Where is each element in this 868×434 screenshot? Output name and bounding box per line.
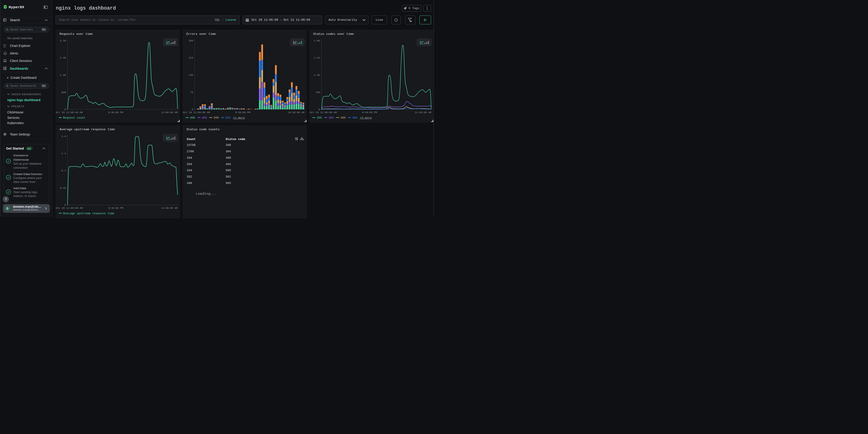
svg-text:Count: Count	[187, 137, 195, 141]
svg-text:1.4K: 1.4K	[314, 74, 320, 76]
svg-text:280: 280	[189, 39, 193, 42]
svg-text:404: 404	[352, 116, 358, 120]
svg-text:Loading...: Loading...	[195, 192, 217, 196]
svg-text:Oct 20 11:00:00 AM: Oct 20 11:00:00 AM	[183, 111, 210, 114]
svg-text:0.7: 0.7	[61, 169, 66, 172]
svg-text:Status code: Status code	[226, 137, 245, 141]
svg-text:1.4: 1.4	[61, 135, 66, 137]
svg-text:404: 404	[226, 162, 231, 166]
svg-text:Oct 20 11:00:00 AM: Oct 20 11:00:00 AM	[310, 111, 337, 114]
svg-text:200: 200	[226, 144, 231, 147]
svg-text:Average upstream response time: Average upstream response time	[63, 212, 114, 215]
svg-text:11:00:00 AM: 11:00:00 AM	[161, 111, 178, 114]
svg-text:352: 352	[187, 175, 192, 179]
svg-text:Oct 20 11:00:00 AM: Oct 20 11:00:00 AM	[56, 111, 83, 114]
svg-text:9:30:00 PM: 9:30:00 PM	[235, 111, 250, 114]
svg-text:0: 0	[64, 108, 66, 111]
svg-text:294: 294	[187, 162, 192, 166]
svg-text:2.8K: 2.8K	[314, 39, 320, 42]
svg-text:503: 503	[226, 182, 231, 185]
svg-text:Oct 20 11:00:00 AM: Oct 20 11:00:00 AM	[56, 207, 83, 210]
svg-text:0: 0	[64, 204, 66, 207]
svg-text:700: 700	[315, 91, 320, 94]
svg-text:344: 344	[187, 169, 192, 172]
svg-text:11:00:00 AM: 11:00:00 AM	[161, 207, 178, 210]
svg-text:304: 304	[226, 150, 231, 153]
svg-text:9:30:00 PM: 9:30:00 PM	[108, 111, 123, 114]
svg-text:10:30:00 AM: 10:30:00 AM	[288, 111, 304, 114]
svg-text:0: 0	[191, 108, 193, 111]
svg-text:1.1: 1.1	[61, 152, 66, 155]
svg-text:210: 210	[189, 57, 193, 59]
svg-text:9:30:00 PM: 9:30:00 PM	[108, 207, 123, 210]
svg-text:140: 140	[189, 74, 193, 76]
svg-text:2.4K: 2.4K	[60, 57, 66, 59]
svg-text:2.1K: 2.1K	[314, 57, 320, 59]
svg-text:K: K	[44, 28, 46, 31]
svg-text:0: 0	[318, 108, 320, 111]
svg-text:400: 400	[340, 116, 346, 120]
svg-text:500: 500	[226, 169, 231, 172]
svg-text:+1 more: +1 more	[233, 116, 245, 120]
svg-text:Request count: Request count	[63, 116, 85, 120]
svg-text:404: 404	[202, 116, 207, 120]
svg-text:3.2K: 3.2K	[60, 39, 66, 42]
svg-text:70: 70	[190, 91, 193, 94]
svg-text:2708: 2708	[187, 150, 194, 153]
svg-text:800: 800	[61, 91, 66, 94]
svg-text:?: ?	[5, 197, 7, 201]
svg-text:9:30:00 PM: 9:30:00 PM	[362, 111, 377, 114]
svg-text:502: 502	[226, 175, 231, 179]
svg-text:304: 304	[329, 116, 334, 120]
svg-text:23798: 23798	[187, 144, 195, 147]
svg-text:344: 344	[187, 156, 192, 159]
svg-text:K: K	[44, 85, 46, 87]
svg-text:400: 400	[226, 156, 231, 159]
svg-text:+3 more: +3 more	[360, 116, 372, 120]
svg-text:11:00:00 AM: 11:00:00 AM	[415, 111, 431, 114]
svg-text:D: D	[6, 207, 8, 210]
svg-text:500: 500	[214, 116, 219, 120]
svg-text:502: 502	[225, 116, 231, 120]
svg-text:340: 340	[187, 182, 192, 185]
svg-text:400: 400	[190, 116, 195, 120]
svg-text:0.35: 0.35	[60, 186, 66, 189]
svg-text:200: 200	[317, 116, 322, 120]
svg-text:1.6K: 1.6K	[60, 74, 66, 76]
